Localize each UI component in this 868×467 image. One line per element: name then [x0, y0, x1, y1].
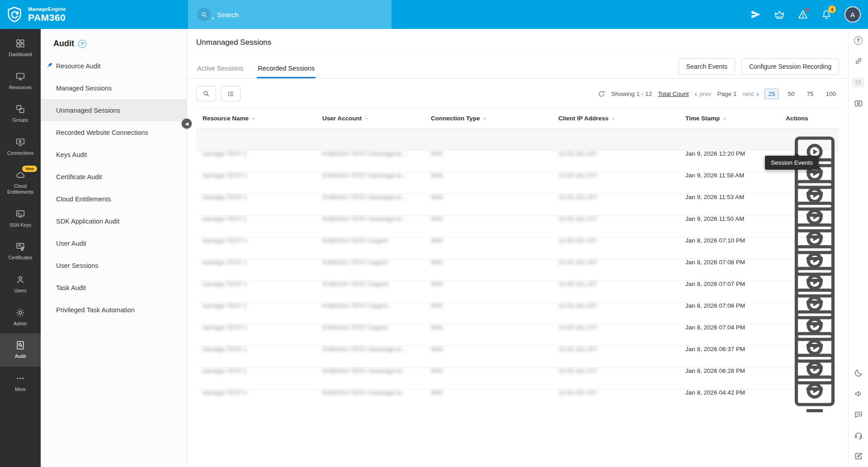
- refresh-icon[interactable]: [598, 90, 605, 98]
- nav-label: Dashboard: [9, 52, 32, 58]
- prev-page-button[interactable]: ‹ prev: [694, 90, 711, 98]
- nav-label: Certificates: [9, 255, 33, 261]
- nav-item-ssh-keys[interactable]: SSH Keys: [0, 202, 41, 235]
- sidebar-item-sdk-application-audit[interactable]: SDK Application Audit: [41, 210, 187, 232]
- alerts-icon[interactable]: [797, 9, 808, 20]
- cell-connection-type: WIN: [431, 389, 558, 396]
- nav-label: Connections: [7, 150, 33, 157]
- utility-rail: ?: [848, 29, 868, 467]
- nav-label: Audit: [15, 353, 26, 360]
- cell-user-account: KAMAGA-TEST-1\agent: [322, 302, 431, 309]
- user-avatar[interactable]: A: [844, 6, 861, 23]
- sidebar-item-resource-audit[interactable]: Resource Audit: [41, 55, 187, 77]
- table-search-button[interactable]: [196, 86, 216, 101]
- nav-label: Admin: [14, 321, 27, 327]
- cell-time-stamp: Jan 9, 2026 11:53 AM: [685, 194, 786, 200]
- premium-crown-icon[interactable]: [774, 9, 785, 20]
- sidebar-item-label: Certificate Audit: [56, 173, 102, 181]
- page-size-75[interactable]: 75: [803, 89, 816, 99]
- col-user-account: User Account: [322, 115, 362, 122]
- showing-text: Showing 1 - 12: [611, 91, 652, 97]
- link-icon[interactable]: [854, 57, 863, 66]
- cell-client-ip: 10.45.181.207: [558, 172, 685, 179]
- nav-item-more[interactable]: More: [0, 367, 41, 400]
- nav-item-cloud-entitlements[interactable]: New Cloud Entitlements: [0, 163, 41, 202]
- sidebar-item-task-audit[interactable]: Task Audit: [41, 276, 187, 299]
- send-feedback-icon[interactable]: [750, 9, 761, 20]
- sort-icon[interactable]: ▲▼: [483, 118, 486, 119]
- page-size-50[interactable]: 50: [784, 89, 797, 99]
- sort-icon[interactable]: ▲▼: [365, 118, 368, 119]
- sidebar-item-user-audit[interactable]: User Audit: [41, 232, 187, 254]
- chat-icon[interactable]: [854, 410, 863, 419]
- cell-connection-type: WIN: [431, 237, 558, 244]
- feedback-compose-icon[interactable]: [854, 452, 863, 461]
- configure-session-recording-button[interactable]: Configure Session Recording: [741, 58, 839, 75]
- cell-client-ip: 10.45.181.207: [558, 281, 685, 287]
- session-recording-icon[interactable]: [854, 99, 863, 108]
- cell-user-account: KAMAGA-TEST-1\kamaga-te...: [322, 367, 431, 374]
- recorded-sessions-table: Resource Name▲▼ User Account▲▼ Connectio…: [196, 108, 839, 390]
- sort-icon[interactable]: ▲▼: [252, 118, 255, 119]
- col-resource-name: Resource Name: [203, 115, 249, 122]
- page-size-25[interactable]: 25: [764, 89, 778, 99]
- cell-resource-name: kamaga-TEST-1: [203, 324, 322, 331]
- cell-time-stamp: Jan 8, 2026 07:07 PM: [685, 281, 786, 287]
- search-icon: [203, 90, 210, 97]
- brand-logo[interactable]: ManageEngine PAM360: [5, 0, 66, 29]
- nav-item-users[interactable]: Users: [0, 268, 41, 301]
- search-events-button[interactable]: Search Events: [679, 58, 735, 75]
- cell-client-ip: 10.45.181.207: [558, 324, 685, 331]
- sidebar-item-managed-sessions[interactable]: Managed Sessions: [41, 77, 187, 99]
- announcement-icon[interactable]: [854, 389, 863, 398]
- sort-icon[interactable]: ▲▼: [612, 118, 615, 119]
- page-size-100[interactable]: 100: [822, 89, 839, 99]
- sidebar-item-certificate-audit[interactable]: Certificate Audit: [41, 166, 187, 188]
- tab-recorded-sessions[interactable]: Recorded Sessions: [257, 59, 316, 78]
- sidebar-item-cloud-entitlements[interactable]: Cloud Entitlements: [41, 188, 187, 210]
- total-count-link[interactable]: Total Count: [658, 91, 689, 97]
- nav-item-resources[interactable]: Resources: [0, 65, 41, 98]
- sort-icon[interactable]: ▲▼: [723, 118, 726, 119]
- cell-client-ip: 10.45.181.207: [558, 194, 685, 200]
- sidebar-item-recorded-website-connections[interactable]: Recorded Website Connections: [41, 121, 187, 143]
- mail-icon[interactable]: [852, 77, 864, 87]
- page-title: Unmanaged Sessions: [196, 38, 839, 47]
- next-label: next: [742, 91, 754, 97]
- sidebar-item-label: Managed Sessions: [56, 85, 112, 92]
- support-headset-icon[interactable]: [854, 431, 863, 440]
- nav-item-audit[interactable]: Audit: [0, 334, 41, 367]
- notifications-bell-icon[interactable]: 4: [821, 9, 832, 20]
- cell-resource-name: kamaga-TEST-1: [203, 389, 322, 396]
- sidebar-item-keys-audit[interactable]: Keys Audit: [41, 143, 187, 166]
- column-chooser-button[interactable]: [221, 86, 241, 101]
- col-actions: Actions: [786, 115, 808, 122]
- session-events-icon[interactable]: [790, 368, 839, 417]
- sidebar-item-unmanaged-sessions[interactable]: Unmanaged Sessions: [41, 99, 187, 121]
- nav-item-groups[interactable]: Groups: [0, 97, 41, 130]
- sidebar-item-user-sessions[interactable]: User Sessions: [41, 254, 187, 276]
- table-header-row: Resource Name▲▼ User Account▲▼ Connectio…: [196, 108, 839, 129]
- help-icon[interactable]: ?: [854, 36, 863, 45]
- nav-item-admin[interactable]: Admin: [0, 301, 41, 334]
- next-page-button[interactable]: next ›: [742, 90, 759, 98]
- nav-item-connections[interactable]: Connections: [0, 130, 41, 163]
- session-events-tooltip: Session Events: [765, 156, 819, 170]
- nav-item-certificates[interactable]: Certificates: [0, 235, 41, 268]
- cell-client-ip: 10.45.181.207: [558, 389, 685, 396]
- table-row[interactable]: kamaga-TEST-1 KAMAGA-TEST-1\kamaga-te...…: [196, 129, 839, 151]
- sidebar-item-privileged-task-automation[interactable]: Privileged Task Automation: [41, 299, 187, 321]
- dark-mode-moon-icon[interactable]: [854, 368, 863, 377]
- nav-item-dashboard[interactable]: Dashboard: [0, 32, 41, 65]
- prev-label: prev: [699, 91, 711, 97]
- global-search-input[interactable]: ▾ Search: [188, 0, 392, 29]
- cell-time-stamp: Jan 8, 2026 04:42 PM: [685, 389, 786, 396]
- help-icon[interactable]: ?: [78, 40, 86, 48]
- sidebar-item-label: SDK Application Audit: [56, 218, 119, 225]
- cell-resource-name: kamaga-TEST-1: [203, 215, 322, 222]
- cell-connection-type: WIN: [431, 281, 558, 287]
- tab-active-sessions[interactable]: Active Sessions: [196, 59, 244, 78]
- sidebar-collapse-button[interactable]: ◀: [182, 119, 192, 129]
- certificate-icon: [15, 242, 25, 252]
- cell-resource-name: kamaga-TEST-1: [203, 367, 322, 374]
